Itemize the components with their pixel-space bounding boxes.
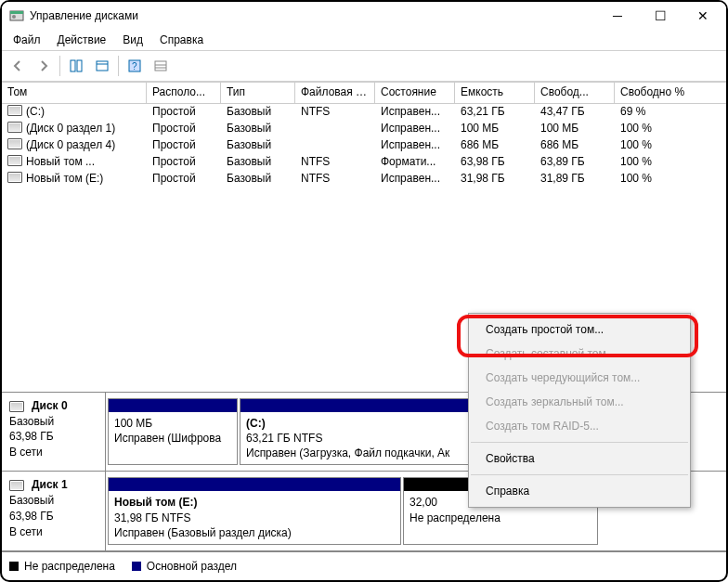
legend: Не распределена Основной раздел [2, 551, 726, 580]
col-freepct[interactable]: Свободно % [615, 83, 717, 103]
disk-header[interactable]: Диск 0Базовый63,98 ГБВ сети [2, 393, 106, 472]
disk-icon [9, 401, 24, 412]
col-cap[interactable]: Емкость [455, 83, 535, 103]
drive-icon [7, 122, 22, 133]
disk-icon [9, 480, 24, 491]
maximize-button[interactable]: ☐ [639, 2, 682, 30]
toolbar: ? [2, 51, 726, 82]
window-title: Управление дисками [30, 9, 596, 22]
svg-point-2 [12, 15, 16, 19]
volume-row[interactable]: (Диск 0 раздел 1)ПростойБазовыйИсправен.… [2, 121, 726, 137]
list-button[interactable] [149, 54, 173, 78]
layout-button[interactable] [64, 54, 88, 78]
svg-rect-4 [77, 60, 82, 71]
window: Управление дисками ─ ☐ ✕ Файл Действие В… [0, 0, 728, 582]
volume-row[interactable]: (Диск 0 раздел 4)ПростойБазовыйИсправен.… [2, 137, 726, 154]
ctx-create-spanned: Создать составной том... [469, 342, 690, 366]
ctx-properties[interactable]: Свойства [469, 446, 690, 471]
col-free[interactable]: Свобод... [535, 83, 615, 103]
col-fs[interactable]: Файловая с... [295, 83, 375, 103]
ctx-create-raid5: Создать том RAID-5... [469, 414, 690, 438]
menu-view[interactable]: Вид [115, 32, 150, 48]
ctx-help[interactable]: Справка [469, 479, 690, 503]
volume-row[interactable]: Новый том ...ПростойБазовыйNTFSФормати..… [2, 154, 726, 171]
col-status[interactable]: Состояние [375, 83, 455, 103]
volume-header: Том Располо... Тип Файловая с... Состоян… [2, 82, 726, 104]
titlebar: Управление дисками ─ ☐ ✕ [2, 2, 726, 30]
col-vol[interactable]: Том [2, 83, 147, 103]
menubar: Файл Действие Вид Справка [2, 30, 726, 51]
ctx-create-striped: Создать чередующийся том... [469, 366, 690, 390]
svg-rect-1 [10, 11, 23, 14]
app-icon [9, 8, 24, 23]
disk-header[interactable]: Диск 1Базовый63,98 ГБВ сети [2, 472, 106, 550]
svg-rect-8 [155, 61, 166, 71]
legend-unalloc: Не распределена [9, 560, 115, 573]
svg-text:?: ? [132, 61, 137, 71]
partition[interactable]: 100 МБИсправен (Шифрова [108, 398, 238, 466]
col-layout[interactable]: Располо... [147, 83, 221, 103]
refresh-button[interactable] [90, 54, 114, 78]
help-button[interactable]: ? [123, 54, 147, 78]
drive-icon [7, 155, 22, 166]
volume-row[interactable]: Новый том (E:)ПростойБазовыйNTFSИсправен… [2, 171, 726, 188]
volume-row[interactable]: (C:)ПростойБазовыйNTFSИсправен...63,21 Г… [2, 104, 726, 121]
menu-file[interactable]: Файл [6, 32, 48, 48]
close-button[interactable]: ✕ [682, 2, 724, 30]
menu-help[interactable]: Справка [152, 32, 211, 48]
menu-action[interactable]: Действие [50, 32, 114, 48]
col-type[interactable]: Тип [221, 83, 295, 103]
svg-rect-3 [71, 60, 75, 71]
drive-icon [7, 105, 22, 116]
minimize-button[interactable]: ─ [596, 2, 639, 30]
ctx-create-simple[interactable]: Создать простой том... [469, 317, 690, 342]
legend-primary: Основной раздел [132, 560, 237, 573]
svg-rect-5 [97, 61, 108, 71]
volume-list: (C:)ПростойБазовыйNTFSИсправен...63,21 Г… [2, 104, 726, 188]
back-button[interactable] [6, 54, 30, 78]
partition[interactable]: Новый том (E:)31,98 ГБ NTFSИсправен (Баз… [108, 477, 401, 545]
drive-icon [7, 138, 22, 149]
context-menu: Создать простой том... Создать составной… [468, 313, 691, 508]
ctx-create-mirrored: Создать зеркальный том... [469, 390, 690, 414]
forward-button[interactable] [32, 54, 56, 78]
drive-icon [7, 172, 22, 183]
